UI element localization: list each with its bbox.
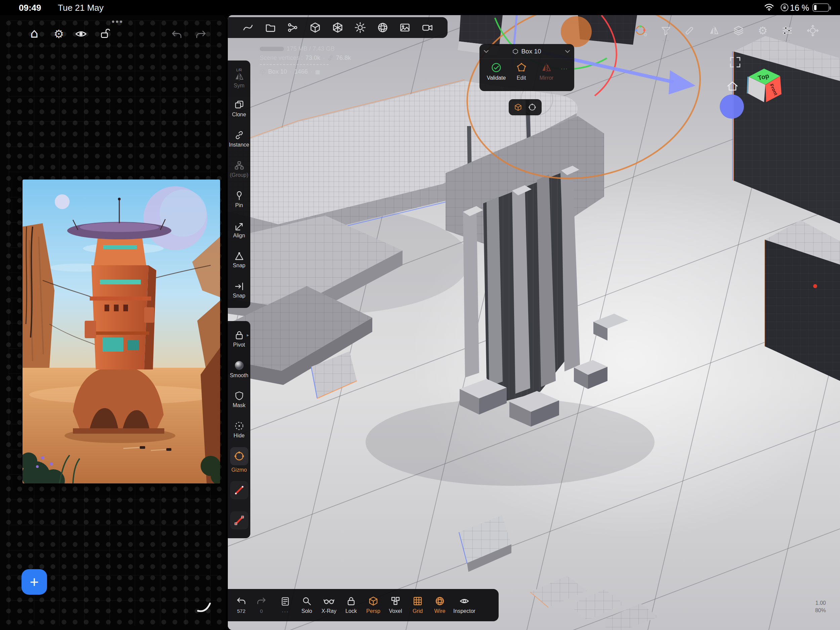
corner-handle[interactable]	[197, 601, 213, 616]
clone-icon	[234, 100, 244, 110]
sun-light-icon[interactable]	[354, 22, 366, 33]
undo-button[interactable]: 572	[231, 597, 251, 614]
battery-icon	[812, 3, 829, 12]
orbit-ball[interactable]	[720, 95, 744, 119]
ipad-screen: 09:49 Tue 21 May 16 % ⌂ ⚙ •••	[0, 0, 840, 630]
popover-more-button[interactable]: ···	[559, 62, 570, 71]
mirror-icon	[541, 62, 552, 73]
tool-pin[interactable]: Pin	[228, 184, 250, 214]
wireframe-sphere-icon	[435, 596, 445, 606]
unlock-icon[interactable]	[98, 27, 112, 40]
selected-object-name[interactable]: Box 10	[268, 68, 287, 75]
camera-icon[interactable]	[422, 22, 433, 33]
lock-button[interactable]: Lock	[340, 596, 362, 614]
instance-link-icon	[234, 130, 244, 140]
gizmo-mode-pill	[509, 99, 542, 115]
grid-icon	[413, 596, 423, 606]
tool-rail-top: L/R Sym Clone Instance (Group) Pin	[228, 60, 250, 308]
solo-magnifier-icon	[302, 596, 312, 606]
tool-disabled-axis-y[interactable]	[228, 505, 250, 535]
viewport-toolbar: 572 0 ··· Solo X-Ray Lock	[228, 589, 499, 621]
tool-instance[interactable]: Instance	[228, 124, 250, 154]
inspector-eye-icon	[459, 596, 469, 606]
folder-icon[interactable]	[265, 22, 276, 33]
tool-align[interactable]: Align	[228, 214, 250, 245]
orbit-gizmo-icon[interactable]	[806, 24, 819, 37]
axis-disabled-tile	[230, 511, 248, 529]
view-cube-cluster: Top Front	[719, 47, 793, 119]
mirror-button[interactable]: Mirror	[534, 62, 559, 81]
filter-icon[interactable]	[659, 24, 673, 37]
home-view-icon[interactable]	[728, 82, 737, 90]
date: Tue 21 May	[58, 3, 104, 13]
gizmo-settings-icon[interactable]: ⚙	[634, 24, 647, 37]
status-bar: 09:49 Tue 21 May 16 %	[0, 0, 840, 15]
redo-icon[interactable]	[194, 28, 208, 41]
add-button[interactable]: +	[22, 569, 47, 595]
layers-icon[interactable]	[732, 24, 745, 37]
concept-art	[22, 179, 220, 483]
list-panel-button[interactable]: ···	[275, 597, 296, 614]
tool-hide[interactable]: Hide	[228, 415, 250, 445]
pivot-expand-chevron: ▸	[246, 332, 249, 337]
tool-snap-vertex[interactable]: Snap	[228, 245, 250, 275]
view-cube[interactable]: Top Front	[747, 68, 782, 102]
eye-icon[interactable]	[74, 28, 88, 40]
inspector-button[interactable]: Inspector	[451, 596, 478, 614]
pin-icon	[234, 191, 244, 201]
gizmo-mode-icon[interactable]	[528, 103, 537, 112]
geodesic-sphere-icon[interactable]	[332, 22, 343, 33]
edit-polygon-icon	[516, 62, 527, 73]
image-texture-icon[interactable]	[399, 22, 411, 33]
tool-gizmo[interactable]: Gizmo	[228, 445, 250, 475]
swoosh-tool-icon[interactable]	[242, 22, 254, 33]
mirror-tool-icon[interactable]	[707, 24, 721, 37]
object-popover: Box 10 Validate Edit Mirror	[480, 44, 574, 91]
tool-clone[interactable]: Clone	[228, 93, 250, 124]
clock: 09:49	[19, 3, 41, 13]
settings-gear-icon[interactable]: ⚙	[756, 24, 769, 37]
persp-cube-icon	[368, 596, 378, 606]
xray-button[interactable]: X-Ray	[318, 596, 340, 614]
symmetry-icon	[234, 72, 244, 81]
gizmo-tile	[230, 447, 248, 465]
tool-snap-move[interactable]: Snap	[228, 275, 250, 305]
home-icon[interactable]: ⌂	[28, 27, 41, 40]
voxel-icon	[390, 596, 401, 606]
collapse-right-icon[interactable]	[565, 49, 570, 54]
filter-more-dots[interactable]: ···	[660, 37, 672, 43]
fit-view-icon[interactable]	[731, 57, 740, 67]
gizmo-icon	[234, 451, 245, 462]
grid-button[interactable]: Grid	[407, 596, 429, 614]
solo-button[interactable]: Solo	[296, 596, 318, 614]
collapse-left-icon[interactable]	[483, 49, 489, 54]
pen-tool-icon[interactable]	[683, 24, 696, 37]
undo-icon	[236, 597, 246, 606]
zoom-indicator: 1.00 80%	[796, 599, 826, 614]
sliders-icon[interactable]	[780, 24, 794, 37]
tool-disabled-axis-x[interactable]	[228, 475, 250, 505]
tool-pivot[interactable]: ▸ Pivot	[228, 324, 250, 354]
undo-icon[interactable]	[170, 28, 183, 41]
more-menu-icon[interactable]: •••	[107, 17, 128, 26]
redo-button[interactable]: 0	[251, 597, 272, 614]
validate-button[interactable]: Validate	[484, 62, 508, 81]
tool-smooth[interactable]: Smooth	[228, 354, 250, 384]
tool-sym[interactable]: L/R Sym	[228, 63, 250, 93]
voxel-button[interactable]: Voxel	[384, 596, 407, 614]
wire-button[interactable]: Wire	[429, 596, 451, 614]
environment-sphere-icon[interactable]	[377, 22, 388, 33]
edit-button[interactable]: Edit	[509, 62, 534, 81]
tool-mask[interactable]: Mask	[228, 384, 250, 415]
reference-image[interactable]	[22, 179, 220, 483]
primitive-cube-icon[interactable]	[309, 22, 321, 33]
battery-percent: 16 %	[790, 3, 809, 13]
sliders-more-dots[interactable]: ···	[781, 37, 793, 43]
node-graph-icon[interactable]	[287, 22, 298, 33]
modeling-app: ⚙ ··· ⚙ ··· 175 MB / 7.43 GB Scene verti…	[228, 15, 840, 630]
box-mode-icon[interactable]	[514, 103, 523, 112]
snap-arrow-icon	[234, 282, 244, 291]
persp-button[interactable]: Persp	[362, 596, 384, 614]
tool-group[interactable]: (Group)	[228, 154, 250, 184]
settings-gear-icon[interactable]: ⚙	[52, 27, 66, 41]
